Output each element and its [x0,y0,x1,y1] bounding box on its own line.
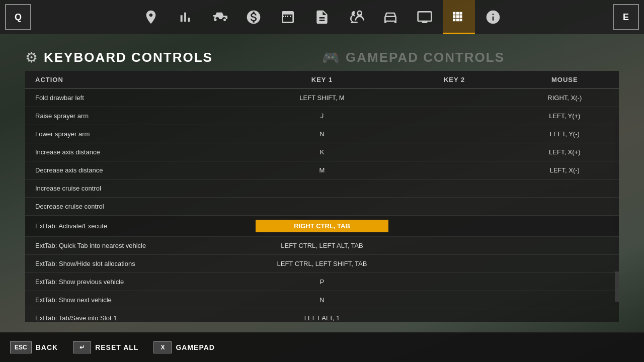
cell-key1[interactable]: N [256,130,388,138]
table-body[interactable]: Fold drawbar leftLEFT SHIFT, MRIGHT, X(-… [25,89,619,322]
table-row[interactable]: Increase cruise control [25,179,619,198]
nav-map-icon[interactable] [135,0,167,34]
cell-key1[interactable]: LEFT CTRL, LEFT SHIFT, TAB [256,260,388,267]
nav-multiplayer-icon[interactable] [340,0,372,34]
cell-action: ExtTab: Show/Hide slot allocations [35,260,256,267]
cell-action: ExtTab: Activate/Execute [35,222,256,230]
gamepad-label: GAMEPAD [176,343,215,351]
controls-table: ACTION KEY 1 KEY 2 MOUSE Fold drawbar le… [25,71,619,322]
cell-action: ExtTab: Tab/Save into Slot 1 [35,314,256,322]
table-row[interactable]: ExtTab: Show/Hide slot allocationsLEFT C… [25,255,619,273]
cell-key1[interactable]: K [256,148,388,156]
nav-tractor-icon[interactable] [203,0,235,34]
cell-mouse: LEFT, Y(+) [521,112,609,120]
cell-action: Raise sprayer arm [35,112,256,120]
cell-action: Lower sprayer arm [35,130,256,138]
table-header: ACTION KEY 1 KEY 2 MOUSE [25,71,619,89]
gamepad-section: 🎮 GAMEPAD CONTROLS [322,49,619,66]
table-row[interactable]: Raise sprayer armJLEFT, Y(+) [25,107,619,125]
keyboard-section-title: KEYBOARD CONTROLS [44,50,213,65]
gamepad-key: X [153,341,172,353]
keyboard-section: ⚙ KEYBOARD CONTROLS [25,49,322,66]
table-row[interactable]: Increase axis distanceKLEFT, X(+) [25,143,619,161]
header-action: ACTION [35,76,256,83]
cell-mouse: LEFT, X(+) [521,148,609,156]
cell-action: Fold drawbar left [35,94,256,102]
cell-key1[interactable]: RIGHT CTRL, TAB [256,220,388,232]
nav-controls-icon[interactable] [443,0,475,34]
cell-action: ExtTab: Quick Tab into nearest vehicle [35,242,256,249]
table-row[interactable]: ExtTab: Tab/Save into Slot 1LEFT ALT, 1 [25,309,619,322]
reset-key: ↵ [73,341,91,353]
cell-key1[interactable]: J [256,112,388,120]
main-content: ⚙ KEYBOARD CONTROLS 🎮 GAMEPAD CONTROLS A… [0,34,644,332]
nav-info-icon[interactable] [477,0,509,34]
nav-stats-icon[interactable] [169,0,201,34]
nav-animals-icon[interactable] [272,0,304,34]
table-row[interactable]: ExtTab: Show previous vehicleP [25,273,619,291]
keyboard-section-icon: ⚙ [25,49,38,66]
cell-action: Increase axis distance [35,148,256,156]
table-row[interactable]: Decrease cruise control [25,198,619,216]
table-row[interactable]: Lower sprayer armNLEFT, Y(-) [25,125,619,143]
cell-key1[interactable]: M [256,166,388,174]
cell-action: Decrease axis distance [35,166,256,174]
back-label: BACK [36,343,58,351]
header-key1: KEY 1 [256,76,388,83]
nav-money-icon[interactable] [237,0,270,34]
cell-mouse: LEFT, Y(-) [521,130,609,138]
cell-key1[interactable]: N [256,296,388,304]
table-row[interactable]: ExtTab: Quick Tab into nearest vehicleLE… [25,237,619,255]
reset-all-button[interactable]: ↵ RESET ALL [73,341,138,353]
back-button[interactable]: ESC BACK [10,341,58,353]
cell-action: ExtTab: Show previous vehicle [35,278,256,286]
cell-mouse: LEFT, X(-) [521,166,609,174]
table-row[interactable]: ExtTab: Activate/ExecuteRIGHT CTRL, TAB [25,216,619,237]
nav-contracts-icon[interactable] [306,0,338,34]
table-row[interactable]: Decrease axis distanceMLEFT, X(-) [25,161,619,179]
nav-right-button[interactable]: E [613,4,639,30]
header-mouse: MOUSE [521,76,609,83]
nav-left-button[interactable]: Q [5,4,31,30]
cell-mouse: RIGHT, X(-) [521,94,609,102]
gamepad-section-title: GAMEPAD CONTROLS [346,50,505,65]
table-row[interactable]: Fold drawbar leftLEFT SHIFT, MRIGHT, X(-… [25,89,619,107]
reset-label: RESET ALL [95,343,138,351]
topbar: Q [0,0,644,34]
nav-vehicle-icon[interactable] [374,0,407,34]
nav-icons [31,0,613,34]
cell-action: Increase cruise control [35,185,256,192]
nav-monitor-icon[interactable] [409,0,441,34]
header-key2: KEY 2 [388,76,521,83]
gamepad-button[interactable]: X GAMEPAD [153,341,215,353]
gamepad-section-icon: 🎮 [322,49,340,66]
back-key: ESC [10,341,32,353]
cell-key1[interactable]: LEFT CTRL, LEFT ALT, TAB [256,242,388,249]
section-headers: ⚙ KEYBOARD CONTROLS 🎮 GAMEPAD CONTROLS [25,49,619,66]
cell-key1[interactable]: LEFT ALT, 1 [256,314,388,322]
table-row[interactable]: ExtTab: Show next vehicleN [25,291,619,309]
cell-key1[interactable]: LEFT SHIFT, M [256,94,388,102]
bottombar: ESC BACK ↵ RESET ALL X GAMEPAD [0,332,644,362]
cell-key1[interactable]: P [256,278,388,286]
cell-action: Decrease cruise control [35,203,256,210]
cell-action: ExtTab: Show next vehicle [35,296,256,304]
